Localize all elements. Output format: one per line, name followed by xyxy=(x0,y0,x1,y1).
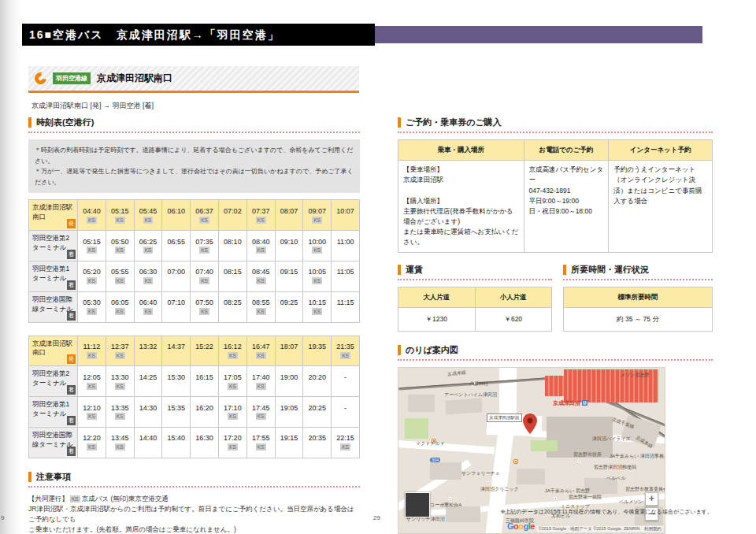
right-column: ご予約・乗車券のご購入 乗車・購入場所お電話でのご予約インターネット予約 【乗車… xyxy=(398,117,713,534)
cautions-text: 【共同運行】KS京成バス (無印)東京空港交通 JR津田沼駅・京成津田沼駅からの… xyxy=(28,494,360,534)
ks-badge: KS xyxy=(228,443,238,451)
time-value: 06:55 xyxy=(162,238,190,247)
timetable-row: 羽田空港国際線ターミナル着05:30KS06:05KS06:40KS07:10K… xyxy=(29,291,360,322)
time-value: 17:45 xyxy=(247,404,275,413)
time-value: 05:45 xyxy=(135,207,162,216)
time-cell: 19:35KS xyxy=(303,336,332,366)
reservation-cell-line: 【乗車場所】 xyxy=(403,165,519,175)
time-cell: 18:07KS xyxy=(275,336,303,366)
stop-label: 羽田空港国際線ターミナル xyxy=(32,431,73,448)
time-cell: 07:50KS xyxy=(191,291,219,322)
stop-label: 羽田空港第2ターミナル xyxy=(32,369,69,387)
timetable-note-line: ＊時刻表の到着時刻は予定時刻です。道路事情により、延着する場合もございますので、… xyxy=(35,145,354,166)
time-value: 05:50 xyxy=(106,238,134,247)
map-label: 津田沼クリニック xyxy=(480,486,519,493)
line-badge: 羽田空港線 xyxy=(53,72,91,84)
joint-operation-label: 【共同運行】 xyxy=(28,495,69,502)
time-value: 04:40 xyxy=(78,207,106,216)
map-label: JA千葉みらい 津田沼事務所 xyxy=(610,453,665,460)
ks-badge: KS xyxy=(312,247,322,254)
timetable-note-line: ＊万が一、遅延等で発生した損害等につきまして、運行会社ではその責は一切負いかねま… xyxy=(35,166,354,187)
reservation-cell: 【乗車場所】京成津田沼駅 【購入場所】主要旅行代理店(発券手数料がかかる場合がご… xyxy=(398,161,524,252)
caution-line: JR津田沼駅・京成津田沼駅からのご利用は予約制です。前日までにご予約ください。当… xyxy=(28,504,360,525)
time-value: 20:25 xyxy=(303,404,331,413)
map-marker-pin[interactable] xyxy=(523,413,537,434)
time-cell: 19:15KS xyxy=(275,427,303,458)
map-poi-dot xyxy=(487,480,489,482)
ks-badge: KS xyxy=(143,217,154,224)
timetable-row: 京成津田沼駅南口発04:40KS05:15KS05:45KS06:10KS06:… xyxy=(29,200,360,231)
ks-badge: KS xyxy=(312,217,322,224)
time-value: 10:15 xyxy=(303,299,331,307)
time-value: 17:40 xyxy=(247,373,275,382)
section-accent xyxy=(398,265,401,275)
footer-disclaimer: ※上記のデータは2015年11月現在の情報であり、今後変更になる場合がございます… xyxy=(501,508,713,516)
time-cell: 09:10KS xyxy=(275,231,303,261)
ks-badge: KS xyxy=(115,352,125,359)
time-cell: 13:35KS xyxy=(106,397,134,428)
stop-label: 羽田空港第2ターミナル xyxy=(32,234,69,251)
reservation-cell-line: 京成高速バス予約センター xyxy=(529,165,604,185)
time-value: 19:35 xyxy=(303,343,331,351)
reservation-cell: 京成高速バス予約センター047-432-1891平日9:00～19:00日・祝日… xyxy=(524,161,609,252)
time-cell: 14:25KS xyxy=(134,366,162,397)
map-label: 京成津田沼駅前 xyxy=(487,413,522,422)
time-value: - xyxy=(332,373,359,382)
time-value: 19:05 xyxy=(276,404,303,413)
time-cell: 21:35KS xyxy=(332,336,360,366)
time-value: 10:07 xyxy=(332,207,359,216)
reservation-cell-line: 予約のうえインターネット（オンラインクレジット決済）またはコンビニで事前購入する… xyxy=(613,165,707,206)
time-value: 17:55 xyxy=(247,434,275,443)
time-value: 21:35 xyxy=(332,343,359,351)
timetable-row: 羽田空港第1ターミナル着05:20KS05:55KS06:30KS07:00KS… xyxy=(29,261,360,291)
time-value: 20:20 xyxy=(303,373,331,382)
map-poi-dot xyxy=(578,461,580,463)
section-header-fare: 運賃 xyxy=(398,264,552,280)
time-cell: 11:05KS xyxy=(332,261,360,291)
reservation-cell-line: 【購入場所】 xyxy=(403,196,519,206)
time-cell: 16:20KS xyxy=(191,397,219,428)
time-value: 17:05 xyxy=(219,373,246,382)
page-title: 16■空港バス 京成津田沼駅→「羽田空港」 xyxy=(22,24,375,46)
time-cell: 08:07KS xyxy=(275,200,303,231)
zoom-in-button[interactable]: + xyxy=(645,492,658,506)
ks-badge: KS xyxy=(256,443,266,451)
time-value: 17:20 xyxy=(219,434,246,443)
time-cell: 19:00KS xyxy=(275,366,303,397)
ks-badge: KS xyxy=(115,308,125,315)
reservation-cell-line: または乗車時に運賃箱へお支払いください。 xyxy=(403,227,519,247)
time-value: 16:20 xyxy=(191,404,218,413)
time-value: 14:37 xyxy=(162,343,190,351)
time-cell: 05:50KS xyxy=(106,231,134,261)
fare-child-value: ￥620 xyxy=(475,307,552,331)
streetview-inset-thumbnail[interactable] xyxy=(405,492,430,517)
time-value: 12:05 xyxy=(78,373,106,382)
ks-badge: KS xyxy=(256,413,266,420)
page-number-left: 9 xyxy=(1,514,4,521)
stop-label: 羽田空港第1ターミナル xyxy=(32,400,69,417)
time-value: 17:10 xyxy=(219,404,246,413)
time-cell: 12:20KS xyxy=(78,427,106,458)
time-cell: 06:10KS xyxy=(162,200,191,231)
reservation-cell: 予約のうえインターネット（オンラインクレジット決済）またはコンビニで事前購入する… xyxy=(609,161,713,252)
time-value: 06:25 xyxy=(135,238,162,247)
time-value: 13:30 xyxy=(106,373,134,382)
section-accent xyxy=(28,117,32,128)
terms-link[interactable]: 利用規約 xyxy=(644,526,662,531)
time-cell: 07:37KS xyxy=(246,200,275,231)
time-cell: 07:35KS xyxy=(191,231,219,261)
time-cell: 14:30KS xyxy=(134,397,162,428)
time-cell: -KS xyxy=(332,397,360,428)
time-value: - xyxy=(332,404,359,413)
time-cell: 06:40KS xyxy=(134,291,162,322)
time-value: 08:45 xyxy=(247,268,275,276)
ks-badge: KS xyxy=(87,443,97,451)
time-value: 06:05 xyxy=(106,299,134,307)
time-value: 14:25 xyxy=(135,373,162,382)
section-header-reservation: ご予約・乗車券のご購入 xyxy=(398,117,713,133)
time-value: 08:10 xyxy=(219,238,246,247)
time-cell: 10:05KS xyxy=(303,261,332,291)
time-cell: 19:05KS xyxy=(275,397,303,428)
ks-badge: KS xyxy=(87,413,97,420)
reservation-column-header: お電話でのご予約 xyxy=(524,140,609,161)
